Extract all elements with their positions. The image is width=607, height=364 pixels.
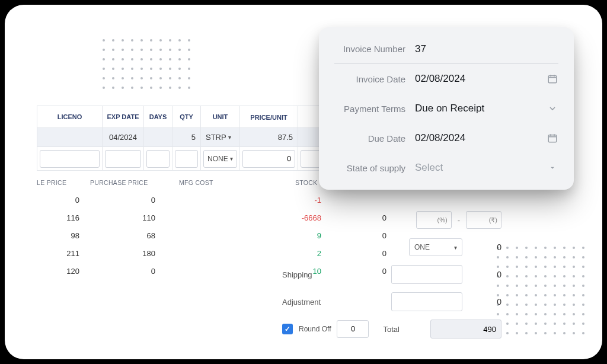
- input-liceno[interactable]: [40, 150, 100, 168]
- cell-leprice: 98: [37, 231, 90, 240]
- cell-priceunit: 87.5: [240, 127, 298, 146]
- cell-expdate: 04/2024: [103, 127, 143, 146]
- discount-percent-input[interactable]: (%): [416, 211, 452, 229]
- payment-terms-select[interactable]: Due on Receipt: [415, 103, 558, 114]
- summary-tax-row: ONE▾ 0: [282, 234, 501, 261]
- state-of-supply-label: State of supply: [334, 163, 415, 173]
- summary-total-row: ✓ Round Off Total: [282, 315, 501, 343]
- roundoff-input[interactable]: [337, 320, 369, 338]
- due-date-label: Due Date: [334, 133, 415, 143]
- adjustment-value: 0: [468, 297, 501, 306]
- col-header-days: DAYS: [144, 106, 172, 127]
- total-label: Total: [375, 325, 424, 334]
- cell-qty: 5: [172, 127, 200, 146]
- due-date-field[interactable]: 02/08/2024: [415, 132, 558, 144]
- input-expdate[interactable]: [105, 150, 141, 168]
- invoice-header-card: Invoice Number 37 Invoice Date 02/08/202…: [319, 27, 574, 190]
- cell-leprice: 116: [37, 213, 90, 222]
- input-days[interactable]: [146, 150, 170, 168]
- col-header-priceunit: PRICE/UNIT: [240, 106, 298, 127]
- cell-purchaseprice: 68: [90, 231, 179, 240]
- tax-select[interactable]: ONE▾: [409, 238, 462, 256]
- cell-liceno: [37, 127, 102, 146]
- cell-purchaseprice: 180: [90, 249, 179, 258]
- invoice-number-field[interactable]: 37: [415, 43, 558, 55]
- pt-header-purchaseprice: PURCHASE PRICE: [90, 179, 179, 186]
- decorative-dots-top: [103, 39, 190, 89]
- summary-tax-value: 0: [468, 242, 501, 252]
- summary-adjustment-row: Adjustment 0: [282, 288, 501, 315]
- payment-terms-label: Payment Terms: [334, 104, 415, 114]
- shipping-label: Shipping: [282, 270, 385, 279]
- calendar-icon[interactable]: [547, 73, 558, 85]
- adjustment-input[interactable]: [391, 292, 462, 311]
- cell-leprice: 0: [37, 196, 90, 205]
- summary-discount-row: (%) - (₹): [282, 206, 501, 234]
- select-unit[interactable]: NONE▾: [203, 150, 237, 168]
- cell-stock: -1: [262, 196, 345, 205]
- cell-purchaseprice: 110: [90, 213, 179, 222]
- col-header-qty: QTY: [172, 106, 200, 127]
- invoice-number-label: Invoice Number: [334, 44, 415, 54]
- roundoff-label: Round Off: [299, 325, 331, 333]
- invoice-summary: (%) - (₹) ONE▾ 0 Shipping 0 Adjustment 0…: [282, 206, 501, 343]
- chevron-down-icon: ▾: [230, 155, 233, 162]
- shipping-input[interactable]: [391, 265, 462, 284]
- adjustment-label: Adjustment: [282, 298, 385, 306]
- pt-header-mfgcost: MFG COST: [179, 179, 262, 186]
- chevron-down-icon: ▾: [454, 244, 457, 251]
- svg-rect-0: [548, 76, 557, 83]
- cell-leprice: 120: [37, 267, 90, 276]
- svg-rect-1: [548, 135, 557, 142]
- calendar-icon[interactable]: [547, 132, 558, 144]
- total-value: [430, 320, 501, 339]
- chevron-down-icon: [547, 103, 558, 114]
- cell-purchaseprice: 0: [90, 267, 179, 276]
- input-qty[interactable]: [175, 150, 198, 168]
- chevron-down-icon: [547, 162, 558, 174]
- cell-days: [144, 127, 172, 146]
- chevron-down-icon: ▾: [228, 134, 231, 141]
- summary-shipping-row: Shipping 0: [282, 261, 501, 288]
- invoice-date-label: Invoice Date: [334, 74, 415, 84]
- pt-header-leprice: LE PRICE: [37, 179, 90, 186]
- cell-unit: STRP ▾: [201, 127, 239, 146]
- discount-amount-input[interactable]: (₹): [466, 211, 501, 229]
- input-priceunit[interactable]: [242, 150, 295, 168]
- decorative-dots-bottom: [497, 247, 584, 334]
- col-header-expdate: EXP DATE: [103, 106, 143, 127]
- cell-leprice: 211: [37, 249, 90, 258]
- col-header-unit: UNIT: [201, 106, 239, 127]
- invoice-date-field[interactable]: 02/08/2024: [415, 73, 558, 85]
- state-of-supply-select[interactable]: Select: [415, 162, 558, 174]
- cell-purchaseprice: 0: [90, 196, 179, 205]
- col-header-liceno: LICENO: [37, 106, 102, 127]
- roundoff-checkbox[interactable]: ✓: [282, 324, 293, 334]
- shipping-value: 0: [468, 270, 501, 279]
